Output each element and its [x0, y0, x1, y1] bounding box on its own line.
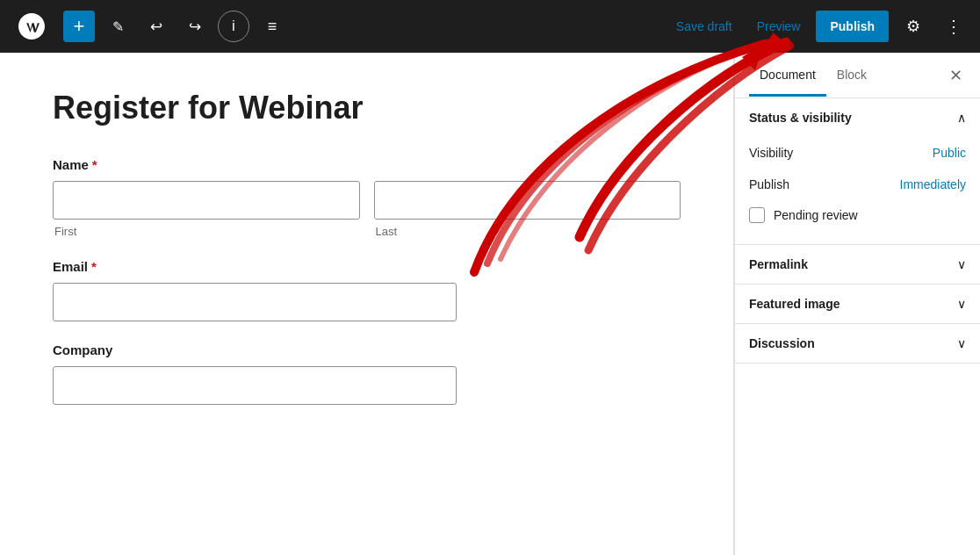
section-discussion: Discussion ∨ — [735, 324, 980, 364]
name-sublabels: First Last — [53, 225, 681, 238]
sidebar-header: Document Block ✕ — [735, 53, 980, 98]
pencil-button[interactable]: ✎ — [102, 11, 133, 42]
wp-logo[interactable] — [11, 0, 53, 53]
visibility-value[interactable]: Public — [933, 146, 966, 160]
permalink-chevron: ∨ — [957, 257, 966, 271]
toolbar-right: Save draft Preview Publish ⚙ ⋮ — [667, 9, 969, 44]
add-block-button[interactable]: + — [63, 11, 95, 42]
redo-button[interactable]: ↪ — [179, 11, 211, 42]
name-field: Name * First Last — [53, 157, 681, 238]
visibility-label: Visibility — [749, 146, 793, 160]
section-permalink: Permalink ∨ — [735, 245, 980, 285]
status-visibility-content: Visibility Public Publish Immediately Pe… — [735, 137, 980, 244]
name-required: * — [92, 157, 97, 172]
publish-button[interactable]: Publish — [816, 11, 889, 42]
sidebar: Document Block ✕ Status & visibility ∧ V… — [734, 53, 980, 555]
email-field: Email * — [53, 259, 681, 321]
publish-row: Publish Immediately — [749, 169, 966, 200]
settings-button[interactable]: ⚙ — [896, 9, 931, 44]
layout: Register for Webinar Name * First Last E… — [0, 0, 980, 555]
permalink-title: Permalink — [749, 257, 808, 271]
save-draft-button[interactable]: Save draft — [667, 14, 741, 39]
first-name-input[interactable] — [53, 181, 360, 220]
first-sublabel: First — [53, 225, 360, 238]
email-input[interactable] — [53, 283, 457, 321]
last-sublabel: Last — [374, 225, 681, 238]
company-field: Company — [53, 342, 681, 405]
featured-image-header[interactable]: Featured image ∨ — [735, 285, 980, 323]
pending-review-checkbox[interactable] — [749, 207, 765, 223]
preview-button[interactable]: Preview — [748, 14, 810, 39]
featured-image-chevron: ∨ — [957, 297, 966, 311]
company-input[interactable] — [53, 366, 457, 405]
more-icon: ⋮ — [945, 16, 963, 37]
email-label: Email * — [53, 259, 681, 274]
section-featured-image: Featured image ∨ — [735, 285, 980, 324]
publish-label: Publish — [749, 177, 789, 191]
name-inputs-row — [53, 181, 681, 220]
info-button[interactable]: i — [218, 11, 249, 42]
status-visibility-chevron: ∧ — [957, 111, 966, 125]
status-visibility-title: Status & visibility — [749, 111, 852, 125]
discussion-title: Discussion — [749, 336, 815, 350]
company-label: Company — [53, 342, 681, 357]
email-required: * — [91, 259, 97, 274]
list-view-button[interactable]: ≡ — [256, 11, 288, 42]
toolbar: + ✎ ↩ ↪ i ≡ Save draft Preview Publish ⚙… — [0, 0, 980, 53]
section-status-visibility: Status & visibility ∧ Visibility Public … — [735, 98, 980, 245]
featured-image-title: Featured image — [749, 297, 839, 311]
undo-button[interactable]: ↩ — [141, 11, 172, 42]
publish-value[interactable]: Immediately — [900, 177, 966, 191]
pending-review-label: Pending review — [774, 208, 858, 222]
page-title: Register for Webinar — [53, 88, 681, 129]
more-options-button[interactable]: ⋮ — [938, 11, 969, 42]
discussion-header[interactable]: Discussion ∨ — [735, 324, 980, 363]
tab-document[interactable]: Document — [749, 55, 826, 97]
main-content: Register for Webinar Name * First Last E… — [0, 53, 733, 555]
discussion-chevron: ∨ — [957, 336, 966, 350]
permalink-header[interactable]: Permalink ∨ — [735, 245, 980, 284]
tab-block[interactable]: Block — [826, 55, 877, 97]
pending-review-row: Pending review — [749, 200, 966, 230]
status-visibility-header[interactable]: Status & visibility ∧ — [735, 98, 980, 137]
name-label: Name * — [53, 157, 681, 172]
settings-icon: ⚙ — [906, 17, 920, 36]
visibility-row: Visibility Public — [749, 137, 966, 169]
last-name-input[interactable] — [374, 181, 681, 220]
sidebar-close-button[interactable]: ✕ — [946, 62, 966, 89]
